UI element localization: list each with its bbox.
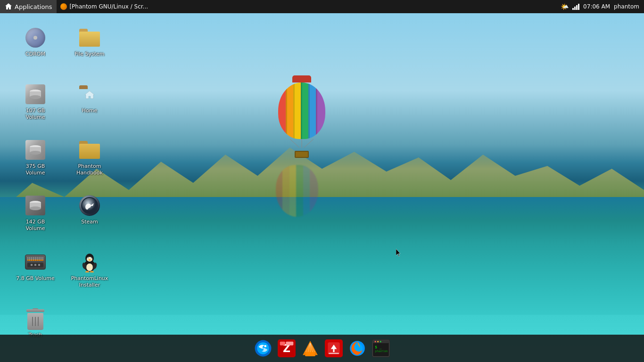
user-label: phantom [614, 3, 639, 10]
desktop-icon-volume107[interactable]: 107 GBVolume [14, 81, 57, 123]
desktop-icon-home[interactable]: Home [68, 81, 111, 116]
taskbar: Z [0, 335, 644, 362]
icon-image-home [78, 83, 101, 106]
icon-image-volume107 [24, 83, 47, 106]
desktop-icon-volume142[interactable]: 142 GBVolume [14, 192, 57, 234]
tux-icon [79, 252, 100, 272]
balloon-decoration [273, 75, 330, 151]
taskbar-filezilla[interactable]: Z [276, 337, 297, 359]
svg-point-54 [380, 341, 381, 342]
icon-image-volume375 [24, 139, 47, 161]
applications-menu[interactable]: Applications [0, 0, 57, 13]
plain-folder-icon [79, 141, 100, 159]
icon-image-cdrom [24, 26, 47, 49]
home-icon [5, 3, 12, 10]
svg-point-21 [88, 257, 89, 258]
firefox-icon [348, 339, 366, 357]
icon-label-volume375: 375 GBVolume [26, 163, 45, 177]
icon-image-filesystem [78, 26, 101, 49]
taskbar-vlc[interactable] [299, 337, 321, 359]
svg-text:$ _: $ _ [375, 345, 382, 349]
window-title-text: [Phantom GNU/Linux / Scr... [69, 3, 148, 10]
taskbar-updater[interactable] [323, 337, 345, 359]
terminal-icon: $ _ phantom [372, 339, 390, 357]
icon-label-home: Home [82, 107, 97, 114]
window-favicon [60, 3, 67, 10]
topbar-left: Applications [Phantom GNU/Linux / Scr... [0, 0, 556, 13]
desktop-icon-filesystem[interactable]: File System [68, 25, 111, 59]
topbar-right: 🌤️ 07:06 AM phantom [556, 3, 644, 10]
icon-image-phantom-installer [78, 251, 101, 273]
svg-text:phantom: phantom [375, 349, 388, 353]
home-folder-icon [79, 85, 100, 103]
svg-line-2 [304, 139, 314, 148]
taskbar-firefox[interactable] [347, 337, 368, 359]
icon-image-trash [24, 307, 47, 330]
applications-label: Applications [15, 3, 52, 10]
icon-label-cdrom: CDROM [25, 51, 45, 58]
updater-icon [325, 339, 343, 357]
svg-rect-46 [329, 353, 339, 354]
svg-point-23 [89, 259, 91, 261]
trash-icon [26, 308, 45, 329]
steam-app-icon [79, 195, 100, 216]
taskbar-terminal[interactable]: $ _ phantom [370, 337, 392, 359]
desktop-icon-cdrom[interactable]: CDROM [14, 25, 57, 59]
desktop-icon-volume375[interactable]: 375 GBVolume [14, 137, 57, 179]
drive-icon [25, 196, 45, 215]
svg-line-0 [290, 139, 299, 148]
icon-label-phantom-installer: PhantomLinux Installer [70, 275, 109, 289]
drive-icon [25, 140, 45, 160]
cdrom-icon [25, 28, 45, 48]
svg-rect-38 [305, 354, 315, 356]
icon-image-volume78 [24, 251, 47, 273]
vlc-icon [301, 339, 319, 357]
svg-point-5 [30, 95, 41, 99]
svg-point-53 [377, 341, 379, 342]
svg-rect-34 [286, 342, 293, 346]
svg-point-30 [264, 345, 266, 347]
svg-point-16 [86, 263, 93, 271]
filezilla-icon: Z [278, 339, 296, 357]
icon-image-volume142 [24, 194, 47, 217]
balloon-reflection [271, 156, 323, 217]
svg-point-12 [30, 206, 41, 210]
icon-label-volume107: 107 GBVolume [26, 107, 45, 121]
topbar: Applications [Phantom GNU/Linux / Scr...… [0, 0, 644, 13]
svg-marker-6 [85, 91, 94, 99]
svg-rect-33 [280, 342, 285, 346]
desktop-icon-phantom-installer[interactable]: PhantomLinux Installer [68, 249, 111, 291]
folder-icon [79, 29, 100, 47]
icon-label-phantom-handbook: Phantom Handbook [70, 163, 109, 177]
icon-image-phantom-handbook [78, 139, 101, 161]
desktop-icon-volume78[interactable]: 7.8 GB Volume [14, 249, 57, 284]
taskbar-thunderbird[interactable] [252, 337, 274, 359]
svg-point-9 [30, 151, 41, 155]
desktop-icon-phantom-handbook[interactable]: Phantom Handbook [68, 137, 111, 179]
window-title-bar[interactable]: [Phantom GNU/Linux / Scr... [57, 0, 152, 13]
weather-icon: 🌤️ [561, 3, 569, 10]
signal-icon [572, 3, 579, 10]
thunderbird-icon [254, 339, 272, 357]
icon-image-steam [78, 194, 101, 217]
clock-display: 07:06 AM [583, 3, 610, 10]
icon-label-filesystem: File System [75, 51, 105, 58]
icon-label-volume142: 142 GBVolume [26, 219, 45, 232]
svg-point-22 [91, 257, 92, 258]
icon-label-steam: Steam [81, 219, 98, 225]
svg-point-52 [375, 341, 376, 342]
icon-label-volume78: 7.8 GB Volume [16, 275, 54, 282]
ssd-icon [25, 255, 46, 270]
svg-point-29 [257, 342, 269, 354]
desktop-icon-steam[interactable]: Steam [68, 192, 111, 227]
drive-icon [25, 84, 45, 104]
